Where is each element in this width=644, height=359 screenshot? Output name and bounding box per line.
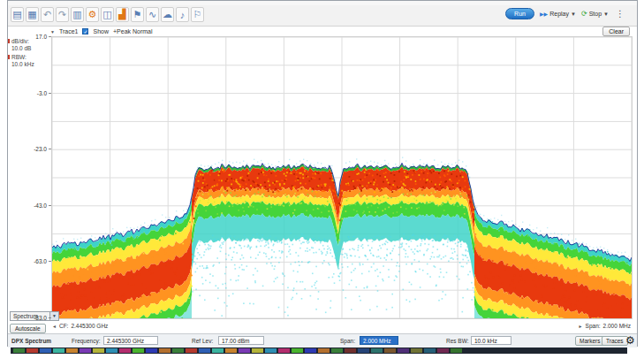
frequency-field[interactable]: 2.445300 GHz xyxy=(103,336,158,345)
taskbar-item[interactable] xyxy=(252,348,263,353)
taskbar-item[interactable] xyxy=(53,348,64,353)
toolbar-icons: ▤▦↶↷▥⚙◫▟⚑∿☁♪⚐ xyxy=(11,7,204,22)
app-window: FileEditViewConnectSetupPresetsToolsWind… xyxy=(7,0,638,347)
replay-icon: ▶▶ xyxy=(540,11,548,17)
taskbar-item[interactable] xyxy=(13,348,25,353)
taskbar-item[interactable] xyxy=(278,348,290,353)
ref-lev-field[interactable]: 17.00 dBm xyxy=(218,336,264,345)
acquire-icon[interactable]: ☁ xyxy=(161,7,174,22)
trace-label[interactable]: Trace1 xyxy=(59,28,79,34)
taskbar-item[interactable] xyxy=(80,348,91,353)
undo-icon[interactable]: ↶ xyxy=(41,7,54,22)
chevron-down-icon: ▼ xyxy=(49,312,58,320)
cf-readout: ◄ CF: 2.445300 GHz xyxy=(52,323,108,329)
taskbar-item[interactable] xyxy=(305,348,316,353)
spectrum-plot[interactable] xyxy=(51,36,633,319)
analysis-icon[interactable]: ∿ xyxy=(146,7,159,22)
trace-dropdown[interactable]: ▼ xyxy=(50,29,55,34)
amplitude-icon[interactable]: ▟ xyxy=(116,7,129,22)
y-axis-tick-mark xyxy=(49,93,51,94)
audio-icon[interactable]: ♪ xyxy=(176,7,189,22)
taskbar-item[interactable] xyxy=(133,348,144,353)
taskbar-item[interactable] xyxy=(437,348,449,353)
taskbar-item[interactable] xyxy=(358,348,369,353)
taskbar-item[interactable] xyxy=(292,348,303,353)
taskbar-item[interactable] xyxy=(40,348,51,353)
markers-icon[interactable]: ⚑ xyxy=(131,7,144,22)
save-icon[interactable]: ▦ xyxy=(26,7,39,22)
y-axis-tick-label: -3.0 xyxy=(10,90,47,96)
rbw-value[interactable]: 10.0 kHz xyxy=(11,61,34,68)
taskbar-item[interactable] xyxy=(384,348,396,353)
taskbar-item[interactable] xyxy=(265,348,277,353)
run-button[interactable]: Run xyxy=(505,8,534,19)
redo-icon[interactable]: ↷ xyxy=(56,7,69,22)
y-axis-tick-label: -83.0 xyxy=(10,315,47,321)
taskbar-item[interactable] xyxy=(398,348,409,353)
taskbar-item[interactable] xyxy=(371,348,383,353)
taskbar-item[interactable] xyxy=(345,348,356,353)
settings-gear-icon[interactable]: ⚙ xyxy=(625,334,635,347)
y-axis-tick-mark xyxy=(49,317,51,318)
main-toolbar: ▤▦↶↷▥⚙◫▟⚑∿☁♪⚐ Run ▶▶ Replay ▼ ⟳ Stop ▼ ⋮ xyxy=(8,5,637,27)
windows-taskbar[interactable] xyxy=(11,348,627,354)
taskbar-item[interactable] xyxy=(186,348,197,353)
control-bar: DPX Spectrum Frequency: 2.445300 GHz Ref… xyxy=(8,333,637,348)
taskbar-item[interactable] xyxy=(225,348,237,353)
screenshot-page: FileEditViewConnectSetupPresetsToolsWind… xyxy=(0,0,644,359)
span-field-label: Span: xyxy=(340,338,355,344)
rbw-readout: RBW: 10.0 kHz xyxy=(11,54,34,67)
settings-gear-icon[interactable]: ⚙ xyxy=(86,7,99,22)
frequency-label: Frequency: xyxy=(72,338,101,344)
taskbar-item[interactable] xyxy=(119,348,131,353)
span-marker-icon[interactable]: ► xyxy=(579,324,583,329)
res-bw-field[interactable]: 10.0 kHz xyxy=(471,336,511,345)
overflow-menu-icon[interactable]: ⋮ xyxy=(616,9,625,19)
ref-lev-label: Ref Lev: xyxy=(192,338,213,344)
markers-button[interactable]: Markers xyxy=(575,336,604,346)
taskbar-item[interactable] xyxy=(66,348,78,353)
taskbar-item[interactable] xyxy=(331,348,343,353)
span-field[interactable]: 2.000 MHz xyxy=(360,336,398,345)
show-label: Show xyxy=(93,28,109,34)
replay-button[interactable]: ▶▶ Replay ▼ xyxy=(540,11,576,17)
taskbar-item[interactable] xyxy=(424,348,436,353)
y-axis-tick-mark xyxy=(49,149,51,149)
taskbar-item[interactable] xyxy=(27,348,38,353)
taskbar-item[interactable] xyxy=(146,348,157,353)
run-controls: Run ▶▶ Replay ▼ ⟳ Stop ▼ ⋮ xyxy=(505,8,625,19)
taskbar-item[interactable] xyxy=(411,348,422,353)
taskbar-item[interactable] xyxy=(159,348,170,353)
res-bw-label: Res BW: xyxy=(446,338,469,344)
cf-marker-icon[interactable]: ◄ xyxy=(52,324,57,329)
open-file-icon[interactable]: ▤ xyxy=(11,7,24,22)
cf-value[interactable]: 2.445300 GHz xyxy=(71,323,108,329)
trace-detection-label[interactable]: +Peak Normal xyxy=(113,28,153,34)
taskbar-item[interactable] xyxy=(93,348,104,353)
taskbar-item[interactable] xyxy=(318,348,330,353)
y-axis-tick-label: -23.0 xyxy=(10,146,47,152)
span-value[interactable]: 2.000 MHz xyxy=(603,323,631,329)
marker-tick-icon xyxy=(8,55,10,59)
show-checkbox[interactable]: ✓ xyxy=(82,28,88,34)
y-axis-tick-label: -63.0 xyxy=(10,258,47,264)
taskbar-item[interactable] xyxy=(451,348,462,353)
taskbar-item[interactable] xyxy=(172,348,184,353)
traces-button[interactable]: Traces xyxy=(602,336,628,346)
clear-button[interactable]: Clear xyxy=(602,27,630,36)
chevron-down-icon: ▼ xyxy=(603,11,609,17)
y-axis-tick-label: 17.0 xyxy=(10,34,47,40)
taskbar-item[interactable] xyxy=(106,348,117,353)
autoscale-button[interactable]: Autoscale xyxy=(10,324,46,333)
taskbar-item[interactable] xyxy=(239,348,250,353)
taskbar-item[interactable] xyxy=(199,348,210,353)
db-per-div-value[interactable]: 10.0 dB xyxy=(11,45,31,52)
stop-button[interactable]: ⟳ Stop ▼ xyxy=(581,10,609,18)
trigger-icon[interactable]: ◫ xyxy=(101,7,114,22)
stop-label: Stop xyxy=(589,11,602,17)
print-icon[interactable]: ▥ xyxy=(71,7,84,22)
y-axis-tick-label: -43.0 xyxy=(10,202,47,209)
taskbar-item[interactable] xyxy=(212,348,224,353)
db-per-div-readout: dB/div: 10.0 dB xyxy=(11,38,31,51)
presets-icon[interactable]: ⚐ xyxy=(191,7,204,22)
